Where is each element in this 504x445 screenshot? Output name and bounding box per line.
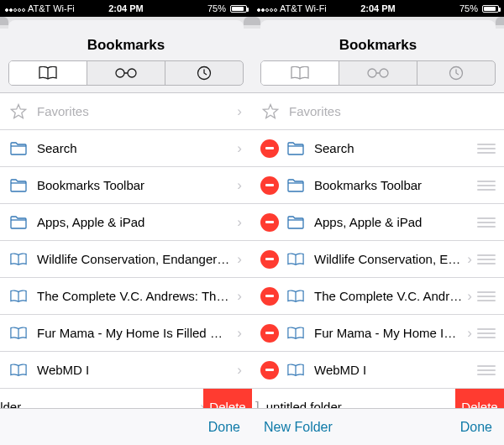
list-item[interactable]: Bookmarks Toolbar› <box>0 167 252 204</box>
battery-percent-label: 75% <box>207 3 226 13</box>
status-bar: AT&T Wi-Fi 2:04 PM 75% <box>0 0 252 17</box>
remove-minus-icon[interactable] <box>260 287 279 306</box>
segmented-control-wrap <box>0 60 252 93</box>
open-book-icon <box>39 66 57 80</box>
list-item[interactable]: Wildlife Conservation, Endangered Sp…› <box>0 241 252 278</box>
nav-bar: Bookmarks <box>252 29 504 60</box>
list-item[interactable]: Apps, Apple & iPad› <box>0 204 252 241</box>
remove-minus-icon[interactable] <box>260 213 279 232</box>
list-item[interactable]: The Complete V.C. Andr…› <box>252 278 504 315</box>
list-item[interactable]: Search› <box>0 130 252 167</box>
list-item[interactable]: Search <box>252 130 504 167</box>
clock-icon <box>449 65 464 81</box>
battery-icon <box>230 5 247 13</box>
carrier-label: AT&T Wi-Fi <box>280 3 327 13</box>
chevron-right-icon: › <box>237 214 242 231</box>
svg-point-0 <box>116 69 124 77</box>
svg-point-3 <box>368 69 376 77</box>
reorder-handle-icon[interactable] <box>477 365 496 375</box>
remove-minus-icon[interactable] <box>260 324 279 343</box>
star-icon <box>10 103 27 120</box>
list-item[interactable]: WebMD I› <box>0 352 252 389</box>
done-button[interactable]: Done <box>208 420 240 435</box>
list-item[interactable]: Bookmarks Toolbar <box>252 167 504 204</box>
folder-icon <box>10 214 27 231</box>
remove-minus-icon[interactable] <box>260 361 279 380</box>
segment-bookmarks[interactable] <box>261 61 339 85</box>
segment-history[interactable] <box>417 61 495 85</box>
segmented-control <box>8 60 244 86</box>
segment-bookmarks[interactable] <box>9 61 87 85</box>
chevron-right-icon: › <box>237 177 242 194</box>
chevron-right-icon: › <box>467 251 472 268</box>
phone-left: AT&T Wi-Fi 2:04 PM 75% Bookmarks <box>0 0 252 445</box>
reorder-handle-icon[interactable] <box>477 217 496 228</box>
remove-minus-icon[interactable] <box>260 250 279 269</box>
list-item-label: WebMD I <box>314 363 477 377</box>
done-button[interactable]: Done <box>460 420 492 435</box>
segment-reading-list[interactable] <box>87 61 165 85</box>
open-book-icon <box>291 66 309 80</box>
list-item[interactable]: Wildlife Conservation, E…› <box>252 241 504 278</box>
list-item[interactable]: Fur Mama - My Home Is…› <box>252 315 504 352</box>
svg-point-1 <box>128 69 136 77</box>
folder-icon <box>10 177 27 194</box>
favorites-label: Favorites <box>289 104 504 118</box>
clock-label: 2:04 PM <box>360 3 396 13</box>
list-item[interactable]: Apps, Apple & iPad <box>252 204 504 241</box>
remove-minus-icon[interactable] <box>260 176 279 195</box>
open-book-icon <box>10 325 27 342</box>
list-item-label: Bookmarks Toolbar <box>314 178 477 192</box>
reorder-handle-icon[interactable] <box>477 291 496 301</box>
list-item[interactable]: The Complete V.C. Andrews: The Libr…› <box>0 278 252 315</box>
status-right: 75% <box>459 3 499 13</box>
chevron-right-icon: › <box>237 103 242 120</box>
status-left: AT&T Wi-Fi <box>257 3 327 13</box>
phone-right: AT&T Wi-Fi 2:04 PM 75% Bookmarks <box>252 0 504 445</box>
remove-minus-icon[interactable] <box>260 139 279 158</box>
chevron-right-icon: › <box>237 325 242 342</box>
reorder-handle-icon[interactable] <box>477 254 496 264</box>
new-folder-button[interactable]: New Folder <box>264 420 333 435</box>
favorites-row[interactable]: Favorites <box>252 93 504 130</box>
toolbar: Done <box>0 408 252 445</box>
list-item[interactable]: Fur Mama - My Home Is Filled With W…› <box>0 315 252 352</box>
segmented-control-wrap <box>252 60 504 93</box>
list-item-label: Fur Mama - My Home Is Filled With W… <box>37 326 237 340</box>
reorder-handle-icon[interactable] <box>477 328 496 338</box>
list-item[interactable]: WebMD I <box>252 352 504 389</box>
list-item-label: Search <box>314 141 477 155</box>
svg-point-4 <box>380 69 388 77</box>
status-left: AT&T Wi-Fi <box>5 3 75 13</box>
delete-button[interactable]: Delete <box>203 389 252 408</box>
list-item-label: Wildlife Conservation, Endangered Sp… <box>37 252 237 266</box>
star-icon <box>262 103 279 120</box>
folder-icon <box>287 177 304 194</box>
open-book-icon <box>287 325 304 342</box>
favorites-row[interactable]: Favorites › <box>0 93 252 130</box>
reorder-handle-icon[interactable] <box>477 144 496 154</box>
reorder-handle-icon[interactable] <box>477 181 496 191</box>
open-book-icon <box>287 288 304 305</box>
clock-icon <box>197 65 212 81</box>
list-item-label: The Complete V.C. Andrews: The Libr… <box>37 289 237 303</box>
status-bar: AT&T Wi-Fi 2:04 PM 75% <box>252 0 504 17</box>
open-book-icon <box>10 288 27 305</box>
browser-tabstrip <box>252 17 504 29</box>
segment-history[interactable] <box>165 61 243 85</box>
delete-button[interactable]: Delete <box>455 389 504 408</box>
signal-dots-icon <box>257 3 278 13</box>
chevron-right-icon: › <box>237 251 242 268</box>
glasses-icon <box>114 68 138 78</box>
list-item-label: Bookmarks Toolbar <box>37 178 237 192</box>
open-book-icon <box>10 362 27 379</box>
swiped-row[interactable]: itled folder › Delete <box>0 389 252 408</box>
segment-reading-list[interactable] <box>339 61 417 85</box>
glasses-icon <box>366 68 390 78</box>
carrier-label: AT&T Wi-Fi <box>28 3 75 13</box>
signal-dots-icon <box>5 3 26 13</box>
chevron-right-icon: › <box>237 288 242 305</box>
swiped-row[interactable]: ] untitled folder Delete <box>252 389 504 408</box>
chevron-right-icon: › <box>467 288 472 305</box>
segmented-control <box>260 60 496 86</box>
